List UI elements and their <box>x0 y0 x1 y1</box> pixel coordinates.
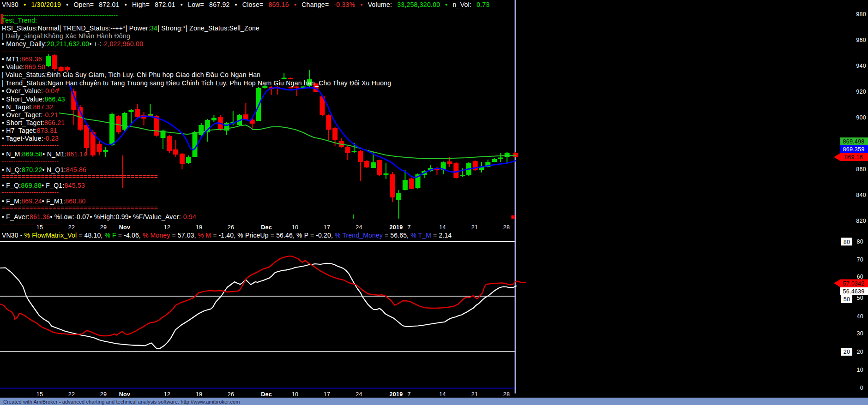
svg-text:7: 7 <box>407 224 410 231</box>
svg-text:860: 860 <box>856 166 866 173</box>
svg-text:14: 14 <box>439 224 446 231</box>
svg-text:15: 15 <box>36 391 43 398</box>
svg-text:80: 80 <box>857 238 863 245</box>
svg-text:Nov: Nov <box>119 391 130 398</box>
svg-text:820: 820 <box>856 218 866 224</box>
svg-text:50: 50 <box>844 296 850 303</box>
svg-text:40: 40 <box>857 313 863 320</box>
svg-text:20: 20 <box>857 349 863 355</box>
svg-text:12: 12 <box>164 391 170 398</box>
svg-text:840: 840 <box>856 192 866 198</box>
svg-text:60: 60 <box>857 274 863 280</box>
svg-text:14: 14 <box>439 391 446 398</box>
svg-text:940: 940 <box>856 63 866 69</box>
svg-text:10: 10 <box>292 391 298 398</box>
svg-text:21: 21 <box>471 391 478 398</box>
svg-text:24: 24 <box>356 391 362 398</box>
svg-text:22: 22 <box>68 224 75 231</box>
svg-text:80: 80 <box>844 239 850 245</box>
svg-text:980: 980 <box>856 11 866 18</box>
svg-text:28: 28 <box>503 391 510 398</box>
svg-text:28: 28 <box>503 224 510 231</box>
svg-text:960: 960 <box>856 37 866 43</box>
svg-text:10: 10 <box>857 367 863 373</box>
svg-text:10: 10 <box>292 224 298 231</box>
svg-text:56.4639: 56.4639 <box>843 288 864 295</box>
svg-text:20: 20 <box>844 349 850 355</box>
svg-text:2019: 2019 <box>390 391 403 398</box>
svg-text:17: 17 <box>324 391 330 398</box>
svg-text:0: 0 <box>860 385 863 391</box>
svg-text:70: 70 <box>857 256 863 263</box>
svg-text:29: 29 <box>100 224 107 231</box>
svg-text:30: 30 <box>857 330 863 337</box>
svg-text:57.0342: 57.0342 <box>843 280 864 287</box>
svg-text:26: 26 <box>228 391 234 398</box>
svg-text:869.498: 869.498 <box>843 138 864 145</box>
svg-text:50: 50 <box>857 295 863 301</box>
svg-text:869.359: 869.359 <box>843 146 864 153</box>
svg-text:869.16: 869.16 <box>844 154 863 161</box>
svg-text:26: 26 <box>228 224 234 231</box>
svg-text:21: 21 <box>471 224 478 231</box>
svg-text:7: 7 <box>407 391 410 398</box>
svg-text:29: 29 <box>100 391 107 398</box>
svg-text:Nov: Nov <box>119 224 130 231</box>
svg-text:19: 19 <box>196 391 202 398</box>
svg-text:17: 17 <box>324 224 330 231</box>
svg-text:22: 22 <box>68 391 75 398</box>
svg-text:19: 19 <box>196 224 202 231</box>
svg-text:2019: 2019 <box>390 224 403 231</box>
svg-text:Dec: Dec <box>261 224 272 231</box>
svg-text:24: 24 <box>356 224 362 231</box>
svg-text:Dec: Dec <box>261 391 272 398</box>
svg-text:12: 12 <box>164 224 170 231</box>
svg-text:920: 920 <box>856 89 866 95</box>
svg-text:900: 900 <box>856 114 866 121</box>
